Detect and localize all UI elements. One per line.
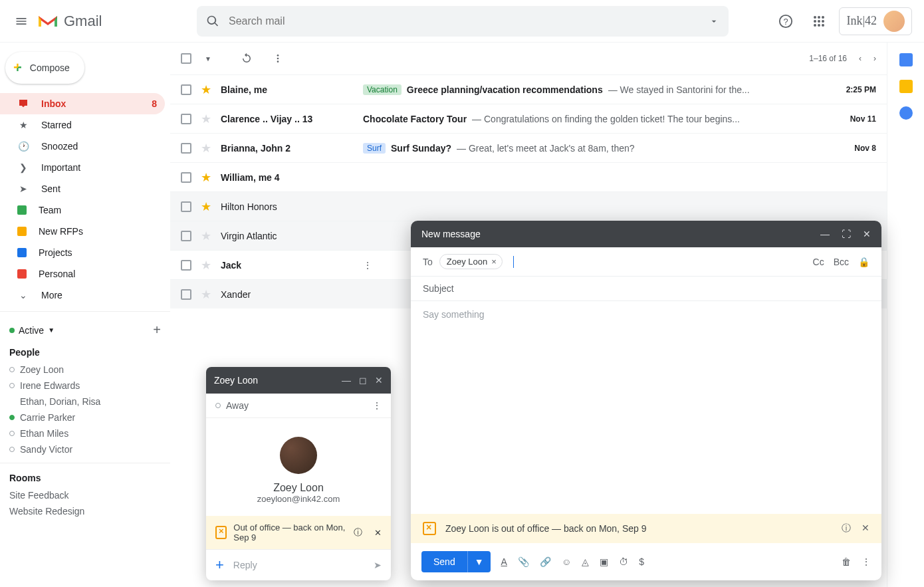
mail-row[interactable]: ★ Blaine, me VacationGreece planning/vac… xyxy=(170,74,887,104)
chat-options-icon[interactable]: ⋮ xyxy=(372,400,382,411)
person-row[interactable]: Zoey Loon xyxy=(0,362,170,378)
person-row[interactable]: Ethan, Dorian, Risa xyxy=(0,394,170,410)
gmail-logo[interactable]: Gmail xyxy=(37,13,157,30)
menu-icon[interactable] xyxy=(5,5,37,37)
ooo-dismiss-icon[interactable]: ✕ xyxy=(862,523,869,534)
star-icon[interactable]: ★ xyxy=(201,287,211,302)
mail-checkbox[interactable] xyxy=(181,260,191,271)
apps-icon[interactable] xyxy=(806,8,832,35)
mail-checkbox[interactable] xyxy=(181,201,191,212)
svg-point-6 xyxy=(818,20,820,23)
prev-page-icon[interactable]: ‹ xyxy=(859,54,862,63)
mail-checkbox[interactable] xyxy=(181,84,191,95)
sidebar-item-snoozed[interactable]: 🕐Snoozed xyxy=(0,136,165,157)
bcc-link[interactable]: Bcc xyxy=(834,257,849,267)
sidebar-item-team[interactable]: Team xyxy=(0,199,165,221)
compose-body[interactable]: Say something xyxy=(411,301,881,514)
link-icon[interactable]: 🔗 xyxy=(540,556,551,567)
room-row[interactable]: Website Redesign xyxy=(0,503,170,519)
more-options-icon[interactable]: ⋮ xyxy=(862,556,871,567)
money-icon[interactable]: $ xyxy=(639,556,644,567)
compose-to-field[interactable]: To Zoey Loon × Cc Bcc 🔒 xyxy=(411,247,881,277)
confidential-mode-icon[interactable]: ⏱ xyxy=(619,556,628,567)
recipient-chip[interactable]: Zoey Loon × xyxy=(439,254,503,269)
cc-link[interactable]: Cc xyxy=(813,257,824,267)
compose-close-icon[interactable]: ✕ xyxy=(863,229,871,239)
send-options-icon[interactable]: ▼ xyxy=(467,551,491,572)
account-avatar[interactable] xyxy=(883,11,905,32)
sidebar-item-personal[interactable]: Personal xyxy=(0,263,165,285)
send-button[interactable]: Send ▼ xyxy=(421,551,491,572)
star-icon[interactable]: ★ xyxy=(201,229,211,243)
sidebar-item-projects[interactable]: Projects xyxy=(0,242,165,263)
chat-reply-input[interactable]: Reply xyxy=(233,560,257,570)
select-all-checkbox[interactable] xyxy=(181,53,191,64)
calendar-addon-icon[interactable] xyxy=(899,53,913,66)
refresh-icon[interactable] xyxy=(241,53,253,64)
mail-checkbox[interactable] xyxy=(181,114,191,124)
format-icon[interactable]: A xyxy=(501,556,507,567)
sidebar-item-important[interactable]: ❯Important xyxy=(0,157,165,178)
hangouts-status[interactable]: Active ▼ + xyxy=(0,317,170,343)
star-icon[interactable]: ★ xyxy=(201,82,211,97)
mail-row[interactable]: ★ William, me 4 xyxy=(170,162,887,191)
tasks-addon-icon[interactable] xyxy=(899,106,913,120)
mail-checkbox[interactable] xyxy=(181,231,191,241)
workspace-brand[interactable]: Ink|42 xyxy=(839,7,912,35)
person-row[interactable]: Ethan Miles xyxy=(0,425,170,441)
sidebar-item-more[interactable]: ⌄More xyxy=(0,285,165,306)
ooo-dismiss-icon[interactable]: ✕ xyxy=(374,528,382,538)
mail-checkbox[interactable] xyxy=(181,289,191,300)
person-row[interactable]: Irene Edwards xyxy=(0,378,170,394)
ooo-info-icon[interactable]: ⓘ xyxy=(842,523,851,534)
person-row[interactable]: Sandy Victor xyxy=(0,441,170,457)
attach-icon[interactable]: 📎 xyxy=(518,556,529,567)
star-icon[interactable]: ★ xyxy=(201,199,211,214)
compose-header[interactable]: New message — ⛶ ✕ xyxy=(411,221,881,247)
mail-toolbar: ▼ 1–16 of 16 ‹ › xyxy=(170,43,887,74)
image-icon[interactable]: ▣ xyxy=(600,556,608,567)
compose-subject-field[interactable]: Subject xyxy=(411,277,881,301)
new-chat-icon[interactable]: + xyxy=(153,322,161,338)
star-icon[interactable]: ★ xyxy=(201,112,211,126)
ooo-info-icon[interactable]: ⓘ xyxy=(354,527,362,538)
sidebar-item-inbox[interactable]: Inbox8 xyxy=(0,93,165,114)
confidential-icon[interactable]: 🔒 xyxy=(858,257,869,267)
sidebar-item-starred[interactable]: ★Starred xyxy=(0,114,165,136)
emoji-icon[interactable]: ☺ xyxy=(562,556,571,567)
select-dropdown-icon[interactable]: ▼ xyxy=(205,55,211,62)
star-icon[interactable]: ★ xyxy=(201,170,211,185)
chat-close-icon[interactable]: ✕ xyxy=(375,375,383,386)
star-icon[interactable]: ★ xyxy=(201,141,211,156)
chat-attach-icon[interactable]: + xyxy=(215,556,224,574)
mail-row[interactable]: ★ Hilton Honors xyxy=(170,191,887,221)
person-row[interactable]: Carrie Parker xyxy=(0,410,170,425)
compose-fullscreen-icon[interactable]: ⛶ xyxy=(842,229,851,239)
sidebar-item-new-rfps[interactable]: New RFPs xyxy=(0,221,165,242)
search-bar[interactable] xyxy=(197,6,729,37)
next-page-icon[interactable]: › xyxy=(873,54,876,63)
search-options-icon[interactable] xyxy=(709,16,719,27)
star-icon[interactable]: ★ xyxy=(201,258,211,273)
compose-minimize-icon[interactable]: — xyxy=(820,229,830,239)
chat-minimize-icon[interactable]: — xyxy=(342,375,351,386)
chat-popout-icon[interactable]: ◻ xyxy=(359,375,367,386)
sidebar-item-sent[interactable]: ➤Sent xyxy=(0,178,165,199)
more-icon[interactable] xyxy=(273,53,283,64)
mail-row[interactable]: ★ Clarence .. Vijay .. 13 Chocolate Fact… xyxy=(170,104,887,133)
compose-button[interactable]: Compose xyxy=(5,52,84,84)
drive-icon[interactable]: ◬ xyxy=(582,556,589,567)
mail-row[interactable]: ★ Brianna, John 2 SurfSurf Sunday? — Gre… xyxy=(170,133,887,162)
room-row[interactable]: Site Feedback xyxy=(0,487,170,503)
important-icon: ❯ xyxy=(17,162,29,173)
chat-header[interactable]: Zoey Loon — ◻ ✕ xyxy=(206,367,391,394)
mail-checkbox[interactable] xyxy=(181,172,191,183)
help-icon[interactable]: ? xyxy=(772,8,799,35)
row-menu-icon[interactable]: ⋮ xyxy=(363,260,372,271)
remove-recipient-icon[interactable]: × xyxy=(491,257,497,267)
search-input[interactable] xyxy=(229,15,699,27)
mail-checkbox[interactable] xyxy=(181,143,191,154)
keep-addon-icon[interactable] xyxy=(899,80,913,93)
chat-send-icon[interactable]: ➤ xyxy=(374,560,382,570)
discard-icon[interactable]: 🗑 xyxy=(842,556,851,567)
